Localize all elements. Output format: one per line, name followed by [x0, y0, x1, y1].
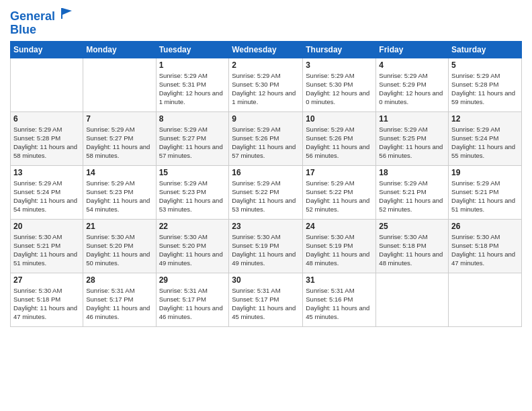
calendar-cell: 20Sunrise: 5:30 AMSunset: 5:21 PMDayligh…: [11, 219, 83, 273]
day-info-line: Sunrise: 5:29 AM: [159, 179, 226, 187]
day-info-line: Sunrise: 5:30 AM: [451, 232, 519, 241]
day-info-line: Daylight: 11 hours and 49 minutes.: [159, 250, 226, 268]
svg-marker-0: [61, 8, 72, 19]
calendar-cell: 16Sunrise: 5:29 AMSunset: 5:22 PMDayligh…: [229, 165, 303, 219]
page: General Blue SundayMondayTuesdayWednesda…: [0, 0, 532, 411]
calendar-cell: 17Sunrise: 5:29 AMSunset: 5:22 PMDayligh…: [303, 165, 376, 219]
day-info-line: Sunset: 5:18 PM: [379, 241, 445, 250]
day-info-line: Daylight: 11 hours and 58 minutes.: [13, 142, 80, 161]
day-info-line: Sunrise: 5:31 AM: [159, 286, 226, 295]
day-number: 22: [159, 222, 226, 231]
calendar-cell: 28Sunrise: 5:31 AMSunset: 5:17 PMDayligh…: [83, 273, 156, 326]
day-info-line: Sunrise: 5:29 AM: [451, 179, 519, 187]
calendar-week-row: 13Sunrise: 5:29 AMSunset: 5:24 PMDayligh…: [11, 165, 522, 219]
calendar-cell: 31Sunrise: 5:31 AMSunset: 5:16 PMDayligh…: [303, 273, 376, 326]
calendar-cell: 7Sunrise: 5:29 AMSunset: 5:27 PMDaylight…: [83, 111, 156, 165]
calendar-table: SundayMondayTuesdayWednesdayThursdayFrid…: [10, 41, 522, 327]
day-info-line: Daylight: 11 hours and 56 minutes.: [306, 142, 373, 161]
day-number: 26: [451, 222, 519, 231]
day-info-line: Sunrise: 5:31 AM: [86, 286, 152, 295]
logo-text: General: [10, 7, 75, 24]
day-number: 14: [86, 168, 152, 177]
day-info-line: Daylight: 11 hours and 45 minutes.: [306, 304, 373, 322]
day-info-line: Daylight: 11 hours and 53 minutes.: [159, 196, 226, 214]
calendar-cell: 23Sunrise: 5:30 AMSunset: 5:19 PMDayligh…: [229, 219, 303, 273]
day-info-line: Daylight: 11 hours and 54 minutes.: [86, 196, 152, 214]
calendar-cell: 3Sunrise: 5:29 AMSunset: 5:30 PMDaylight…: [303, 58, 376, 111]
day-number: 10: [306, 114, 373, 124]
calendar-cell: 10Sunrise: 5:29 AMSunset: 5:26 PMDayligh…: [303, 111, 376, 165]
calendar-header-sunday: Sunday: [11, 41, 83, 58]
calendar-cell: 18Sunrise: 5:29 AMSunset: 5:21 PMDayligh…: [376, 165, 449, 219]
day-info-line: Sunset: 5:19 PM: [232, 241, 300, 250]
day-info-line: Sunset: 5:24 PM: [451, 134, 519, 142]
day-info-line: Sunrise: 5:30 AM: [159, 232, 226, 241]
calendar-cell: 24Sunrise: 5:30 AMSunset: 5:19 PMDayligh…: [303, 219, 376, 273]
day-info-line: Daylight: 11 hours and 59 minutes.: [451, 89, 519, 107]
day-info-line: Sunset: 5:20 PM: [86, 241, 152, 250]
calendar-cell: 5Sunrise: 5:29 AMSunset: 5:28 PMDaylight…: [449, 58, 522, 111]
day-number: 16: [232, 168, 300, 177]
calendar-cell: 27Sunrise: 5:30 AMSunset: 5:18 PMDayligh…: [11, 273, 83, 326]
day-info-line: Sunset: 5:21 PM: [379, 187, 445, 196]
calendar-cell: 29Sunrise: 5:31 AMSunset: 5:17 PMDayligh…: [156, 273, 229, 326]
day-info-line: Sunset: 5:17 PM: [86, 295, 152, 304]
day-number: 8: [159, 114, 226, 124]
day-info-line: Sunrise: 5:30 AM: [86, 232, 152, 241]
day-info-line: Sunset: 5:25 PM: [379, 134, 445, 142]
day-info-line: Sunrise: 5:29 AM: [13, 125, 80, 134]
day-info-line: Sunrise: 5:29 AM: [306, 71, 373, 80]
day-info-line: Sunrise: 5:29 AM: [159, 71, 226, 80]
day-info-line: Sunrise: 5:29 AM: [232, 71, 300, 80]
calendar-header-friday: Friday: [376, 41, 449, 58]
day-info-line: Daylight: 11 hours and 54 minutes.: [13, 196, 80, 214]
day-info-line: Sunset: 5:27 PM: [159, 134, 226, 142]
day-info-line: Sunset: 5:28 PM: [451, 80, 519, 89]
day-info-line: Sunset: 5:20 PM: [159, 241, 226, 250]
calendar-week-row: 1Sunrise: 5:29 AMSunset: 5:31 PMDaylight…: [11, 58, 522, 111]
day-info-line: Daylight: 11 hours and 57 minutes.: [232, 142, 300, 161]
calendar-header-row: SundayMondayTuesdayWednesdayThursdayFrid…: [11, 41, 522, 58]
calendar-cell: 4Sunrise: 5:29 AMSunset: 5:29 PMDaylight…: [376, 58, 449, 111]
day-info-line: Sunrise: 5:29 AM: [451, 71, 519, 80]
day-info-line: Daylight: 11 hours and 56 minutes.: [379, 142, 445, 161]
day-info-line: Sunrise: 5:31 AM: [232, 286, 300, 295]
day-info-line: Sunset: 5:23 PM: [159, 187, 226, 196]
day-info-line: Sunset: 5:21 PM: [451, 187, 519, 196]
day-info-line: Sunset: 5:26 PM: [306, 134, 373, 142]
calendar-cell: 12Sunrise: 5:29 AMSunset: 5:24 PMDayligh…: [449, 111, 522, 165]
day-number: 28: [86, 275, 152, 285]
day-number: 17: [306, 168, 373, 177]
day-info-line: Sunset: 5:26 PM: [232, 134, 300, 142]
day-info-line: Sunrise: 5:30 AM: [13, 232, 80, 241]
day-info-line: Daylight: 12 hours and 0 minutes.: [306, 89, 373, 107]
day-info-line: Daylight: 12 hours and 0 minutes.: [379, 89, 445, 107]
day-info-line: Sunset: 5:28 PM: [13, 134, 80, 142]
day-number: 5: [451, 60, 519, 70]
day-info-line: Sunrise: 5:29 AM: [159, 125, 226, 134]
calendar-week-row: 27Sunrise: 5:30 AMSunset: 5:18 PMDayligh…: [11, 273, 522, 326]
day-number: 6: [13, 114, 80, 124]
day-number: 31: [306, 275, 373, 285]
day-info-line: Sunrise: 5:29 AM: [232, 125, 300, 134]
day-info-line: Sunset: 5:24 PM: [13, 187, 80, 196]
day-number: 4: [379, 60, 445, 70]
calendar-cell: 11Sunrise: 5:29 AMSunset: 5:25 PMDayligh…: [376, 111, 449, 165]
day-info-line: Sunset: 5:30 PM: [306, 80, 373, 89]
day-number: 18: [379, 168, 445, 177]
calendar-header-thursday: Thursday: [303, 41, 376, 58]
day-number: 24: [306, 222, 373, 231]
day-info-line: Daylight: 11 hours and 51 minutes.: [13, 250, 80, 268]
calendar-cell: [449, 273, 522, 326]
day-info-line: Sunrise: 5:30 AM: [232, 232, 300, 241]
day-number: 7: [86, 114, 152, 124]
day-number: 12: [451, 114, 519, 124]
day-info-line: Daylight: 11 hours and 45 minutes.: [232, 304, 300, 322]
day-info-line: Sunrise: 5:30 AM: [379, 232, 445, 241]
header: General Blue: [10, 7, 522, 37]
calendar-cell: 2Sunrise: 5:29 AMSunset: 5:30 PMDaylight…: [229, 58, 303, 111]
calendar-cell: 30Sunrise: 5:31 AMSunset: 5:17 PMDayligh…: [229, 273, 303, 326]
day-info-line: Daylight: 11 hours and 46 minutes.: [86, 304, 152, 322]
day-number: 3: [306, 60, 373, 70]
logo-general: General: [10, 9, 55, 23]
